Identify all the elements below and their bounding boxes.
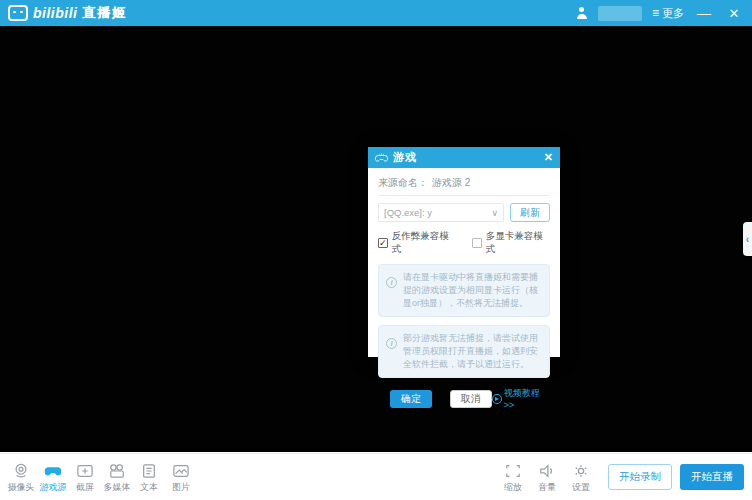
gpu-notice-text: 请在显卡驱动中将直播姬和需要捕捉的游戏设置为相同显卡运行（核显or独显），不然将…	[403, 271, 542, 310]
source-name-input[interactable]: 游戏源 2	[432, 176, 470, 190]
process-dropdown[interactable]: [QQ.exe]: y ∨	[378, 203, 504, 222]
source-name-label: 来源命名：	[378, 176, 428, 190]
logo-suffix: 直播姬	[82, 4, 127, 22]
volume-control-button[interactable]: 音量	[532, 461, 562, 494]
gpu-notice: i 请在显卡驱动中将直播姬和需要捕捉的游戏设置为相同显卡运行（核显or独显），不…	[378, 264, 550, 317]
user-icon[interactable]	[576, 7, 588, 19]
source-label: 摄像头	[8, 481, 35, 494]
source-button-camera[interactable]: 摄像头	[6, 461, 36, 494]
video-tutorial-label: 视频教程>>	[504, 387, 550, 410]
anticheat-checkbox[interactable]: ✓ 反作弊兼容模式	[378, 230, 456, 256]
minimize-button[interactable]: —	[694, 8, 714, 18]
gamepad-icon	[44, 463, 62, 479]
source-label: 文本	[140, 481, 158, 494]
camera-icon	[12, 463, 30, 479]
app-logo: bilibili 直播姬	[8, 4, 127, 22]
expand-icon	[504, 463, 522, 479]
source-button-screen-capture[interactable]: 截屏	[70, 461, 100, 494]
dialog-header[interactable]: 游戏 ✕	[368, 147, 560, 168]
multigpu-checkbox[interactable]: 多显卡兼容模式	[472, 230, 550, 256]
zoom-control-button[interactable]: 缩放	[498, 461, 528, 494]
media-icon	[108, 463, 126, 479]
bottom-toolbar: 摄像头 游戏源 截屏 多媒体 文本 图片	[0, 453, 752, 500]
control-label: 缩放	[504, 481, 522, 494]
checkbox-unchecked-icon	[472, 238, 482, 248]
settings-icon	[572, 463, 590, 479]
start-live-button[interactable]: 开始直播	[680, 464, 744, 490]
source-label: 截屏	[76, 481, 94, 494]
process-dropdown-value: [QQ.exe]: y	[384, 207, 432, 218]
settings-button[interactable]: 设置	[566, 461, 596, 494]
more-label: 更多	[662, 6, 684, 21]
image-icon	[172, 463, 190, 479]
panel-collapse-tab[interactable]: ‹	[743, 222, 752, 256]
info-icon: i	[386, 338, 397, 349]
livehime-window: bilibili 直播姬 ≡ 更多 — ✕ ‹ 游戏 ✕	[0, 0, 752, 500]
game-source-dialog: 游戏 ✕ 来源命名： 游戏源 2 [QQ.exe]: y ∨ 刷新 ✓ 反作弊兼…	[368, 147, 560, 357]
screen-capture-icon	[76, 463, 94, 479]
gamepad-icon	[375, 153, 388, 163]
source-label: 图片	[172, 481, 190, 494]
source-button-text[interactable]: 文本	[134, 461, 164, 494]
control-label: 音量	[538, 481, 556, 494]
capture-notice-text: 部分游戏暂无法捕捉，请尝试使用管理员权限打开直播姬，如遇到安全软件拦截，请予以通…	[403, 332, 542, 371]
control-label: 设置	[572, 481, 590, 494]
start-record-button[interactable]: 开始录制	[608, 464, 672, 490]
source-label: 游戏源	[40, 481, 67, 494]
checkbox-checked-icon: ✓	[378, 238, 388, 248]
bilibili-tv-icon	[8, 5, 28, 21]
cancel-button[interactable]: 取消	[450, 390, 492, 408]
ok-button[interactable]: 确定	[390, 390, 432, 408]
chevron-down-icon: ∨	[491, 208, 498, 218]
source-button-media[interactable]: 多媒体	[102, 461, 132, 494]
more-menu-button[interactable]: ≡ 更多	[652, 6, 684, 21]
logo-text: bilibili	[33, 5, 77, 21]
video-tutorial-link[interactable]: 视频教程>>	[492, 387, 550, 410]
anticheat-checkbox-label: 反作弊兼容模式	[392, 230, 456, 256]
hamburger-icon: ≡	[652, 6, 659, 20]
titlebar: bilibili 直播姬 ≡ 更多 — ✕	[0, 0, 752, 26]
source-name-row[interactable]: 来源命名： 游戏源 2	[378, 176, 550, 196]
text-icon	[140, 463, 158, 479]
multigpu-checkbox-label: 多显卡兼容模式	[486, 230, 550, 256]
refresh-button[interactable]: 刷新	[510, 203, 550, 222]
chevron-left-icon: ‹	[746, 234, 749, 245]
volume-icon	[538, 463, 556, 479]
capture-notice: i 部分游戏暂无法捕捉，请尝试使用管理员权限打开直播姬，如遇到安全软件拦截，请予…	[378, 325, 550, 378]
source-label: 多媒体	[104, 481, 131, 494]
dialog-title: 游戏	[393, 150, 417, 165]
close-window-button[interactable]: ✕	[724, 6, 744, 21]
dialog-close-button[interactable]: ✕	[544, 151, 553, 164]
play-circle-icon	[492, 394, 502, 404]
source-button-image[interactable]: 图片	[166, 461, 196, 494]
info-icon: i	[386, 277, 397, 288]
source-button-game[interactable]: 游戏源	[38, 461, 68, 494]
account-name-box[interactable]	[598, 6, 642, 21]
